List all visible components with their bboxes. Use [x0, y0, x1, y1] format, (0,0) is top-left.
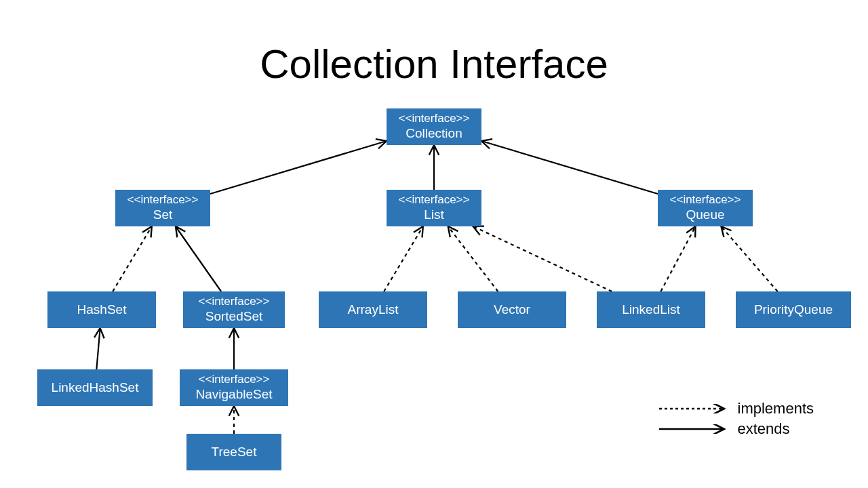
node-list: <<interface>>List	[387, 190, 481, 226]
legend-extends-row: extends	[659, 420, 814, 438]
node-list-label: List	[424, 207, 444, 223]
node-collection-stereotype: <<interface>>	[399, 112, 470, 125]
legend-extends-line	[659, 424, 727, 434]
node-priorityqueue-label: PriorityQueue	[754, 302, 833, 318]
legend-implements-label: implements	[738, 400, 814, 418]
node-sortedset-stereotype: <<interface>>	[199, 295, 270, 308]
node-navigableset-label: NavigableSet	[195, 387, 272, 403]
node-set-stereotype: <<interface>>	[127, 193, 199, 207]
node-hashset-label: HashSet	[77, 302, 127, 318]
legend: implements extends	[659, 397, 814, 441]
legend-implements-row: implements	[659, 400, 814, 418]
node-set: <<interface>>Set	[115, 190, 210, 226]
node-linkedlist-label: LinkedList	[622, 302, 680, 318]
node-collection-label: Collection	[406, 126, 462, 142]
node-treeset: TreeSet	[186, 434, 281, 470]
edge-linkedlist-to-list	[473, 226, 612, 291]
node-vector: Vector	[458, 291, 566, 328]
edge-arraylist-to-list	[384, 226, 423, 291]
node-collection: <<interface>>Collection	[387, 108, 481, 145]
node-sortedset-label: SortedSet	[205, 309, 263, 325]
node-queue: <<interface>>Queue	[658, 190, 753, 226]
node-arraylist-label: ArrayList	[348, 302, 399, 318]
legend-implements-line	[659, 404, 727, 413]
node-treeset-label: TreeSet	[212, 445, 257, 460]
edge-priorityqueue-to-queue	[721, 226, 777, 291]
edge-hashset-to-set	[113, 226, 152, 291]
edge-queue-to-collection	[481, 141, 658, 194]
node-hashset: HashSet	[47, 291, 156, 328]
node-queue-label: Queue	[686, 207, 724, 223]
node-set-label: Set	[153, 207, 173, 223]
node-navigableset-stereotype: <<interface>>	[199, 373, 270, 386]
node-list-stereotype: <<interface>>	[399, 193, 470, 207]
page-title: Collection Interface	[0, 41, 868, 87]
node-linkedhashset: LinkedHashSet	[37, 369, 153, 406]
node-linkedlist: LinkedList	[597, 291, 705, 328]
edge-set-to-collection	[210, 141, 387, 194]
node-arraylist: ArrayList	[319, 291, 427, 328]
node-queue-stereotype: <<interface>>	[670, 193, 741, 207]
node-linkedhashset-label: LinkedHashSet	[52, 380, 139, 396]
node-navigableset: <<interface>>NavigableSet	[180, 369, 288, 406]
node-sortedset: <<interface>>SortedSet	[183, 291, 285, 328]
node-vector-label: Vector	[494, 302, 530, 318]
edge-linkedhashset-to-hashset	[96, 328, 100, 369]
node-priorityqueue: PriorityQueue	[736, 291, 851, 328]
legend-extends-label: extends	[738, 420, 790, 438]
edge-linkedlist-to-queue	[660, 226, 695, 291]
edge-sortedset-to-set	[176, 226, 221, 291]
edge-vector-to-list	[448, 226, 498, 291]
